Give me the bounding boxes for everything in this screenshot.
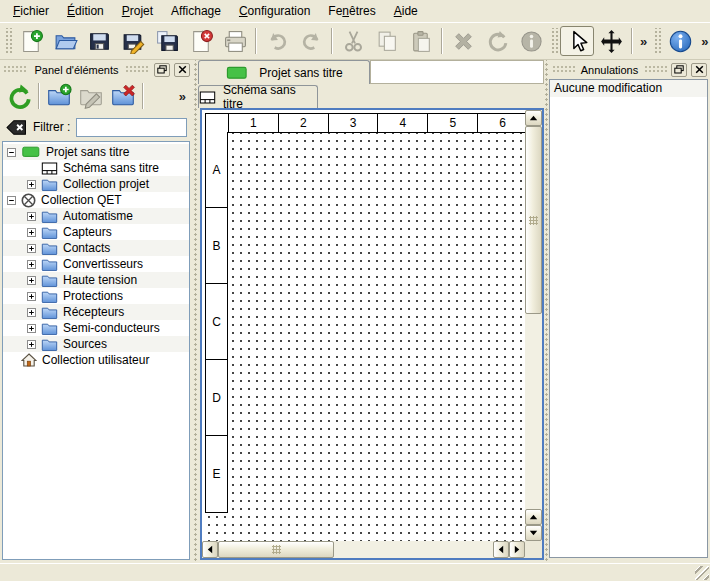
new-category-button[interactable] [43,81,75,111]
expand-expander-icon[interactable] [27,212,36,221]
scroll-down-button[interactable] [525,525,542,541]
tree-item-capteurs[interactable]: Capteurs [3,224,189,240]
delete-button[interactable] [446,26,480,56]
titlebar-texture [3,65,28,74]
save-as-button[interactable] [116,26,150,56]
select-tool-button[interactable] [560,26,594,56]
titlebar-texture [552,65,575,74]
tree-item-sources[interactable]: Sources [3,336,189,352]
menu-edition[interactable]: Édition [58,1,113,22]
scroll-left-button[interactable] [202,541,218,558]
cut-button[interactable] [336,26,370,56]
main-toolbar: » » [0,22,710,60]
expand-expander-icon[interactable] [27,244,36,253]
paste-icon [409,29,434,54]
tree-item-convertisseurs[interactable]: Convertisseurs [3,256,189,272]
menu-aide[interactable]: Aide [385,1,427,22]
copy-button[interactable] [370,26,404,56]
scroll-up-button-2[interactable] [525,509,542,525]
move-tool-button[interactable] [594,26,628,56]
tree-item-automatisme[interactable]: Automatisme [3,208,189,224]
panel-toolbar-overflow-button[interactable]: » [175,89,190,104]
tree-item-collection-utilisateur[interactable]: Collection utilisateur [3,352,189,368]
window-resize-grip[interactable] [695,566,709,580]
undo-history-list[interactable]: Aucune modification [549,79,708,558]
save-button[interactable] [82,26,116,56]
elements-panel-titlebar[interactable]: Panel d'éléments [0,60,193,79]
toolbar-overflow-button[interactable]: » [697,34,710,49]
tree-item-collection-projet[interactable]: Collection projet [3,176,189,192]
project-info-button[interactable] [663,26,697,56]
clear-filter-icon[interactable] [6,119,27,136]
scroll-track[interactable] [525,314,542,509]
collapse-expander-icon[interactable] [7,196,16,205]
tree-item-recepteurs[interactable]: Récepteurs [3,304,189,320]
schema-canvas[interactable]: 1 2 3 4 5 6 A B C D E [202,110,525,541]
toolbar-separator [255,28,257,54]
expand-expander-icon[interactable] [27,324,36,333]
elements-panel-title: Panel d'éléments [32,64,120,76]
toolbar-overflow-button[interactable]: » [636,34,651,49]
expand-expander-icon[interactable] [27,228,36,237]
undo-button[interactable] [260,26,294,56]
toolbar-handle[interactable] [4,28,12,54]
scroll-left-button-2[interactable] [493,541,509,558]
tree-item-contacts[interactable]: Contacts [3,240,189,256]
scroll-up-button[interactable] [525,110,542,126]
tree-item-haute-tension[interactable]: Haute tension [3,272,189,288]
expand-expander-icon[interactable] [27,340,36,349]
collapse-expander-icon[interactable] [7,148,16,157]
vertical-scroll-thumb[interactable] [525,126,542,314]
expand-expander-icon[interactable] [27,308,36,317]
redo-button[interactable] [294,26,328,56]
element-info-button[interactable] [514,26,548,56]
rotate-button[interactable] [480,26,514,56]
tree-item-schema[interactable]: Schéma sans titre [3,160,189,176]
tab-project[interactable]: Projet sans titre [198,60,370,84]
menu-fenetres[interactable]: Fenêtres [319,1,384,22]
tree-item-semi-conducteurs[interactable]: Semi-conducteurs [3,320,189,336]
delete-category-button[interactable] [107,81,139,111]
reload-collections-button[interactable] [3,81,35,111]
menu-affichage[interactable]: Affichage [162,1,230,22]
folder-icon [41,242,58,255]
expand-expander-icon[interactable] [27,180,36,189]
toolbar-handle[interactable] [550,28,558,54]
redo-icon [299,29,324,54]
expand-expander-icon[interactable] [27,260,36,269]
undo-list-item[interactable]: Aucune modification [550,80,707,97]
close-icon [695,65,704,74]
tree-item-label: Semi-conducteurs [63,321,160,335]
toolbar-handle[interactable] [653,28,661,54]
paste-button[interactable] [404,26,438,56]
cut-icon [341,29,366,54]
print-button[interactable] [218,26,252,56]
new-document-button[interactable] [14,26,48,56]
save-all-button[interactable] [150,26,184,56]
menu-configuration[interactable]: Configuration [230,1,319,22]
tree-item-collection-qet[interactable]: Collection QET [3,192,189,208]
tree-item-project[interactable]: Projet sans titre [3,144,189,160]
tab-schema[interactable]: Schéma sans titre [198,85,318,108]
undo-panel-titlebar[interactable]: Annulations [549,60,710,79]
edit-category-button[interactable] [75,81,107,111]
dock-close-button[interactable] [174,63,190,77]
horizontal-scrollbar[interactable] [202,541,525,558]
dock-float-button[interactable] [154,63,170,77]
tree-item-protections[interactable]: Protections [3,288,189,304]
vertical-scrollbar[interactable] [525,110,542,541]
dock-close-button[interactable] [691,63,707,77]
expand-expander-icon[interactable] [27,276,36,285]
statusbar [0,563,710,581]
scroll-right-button[interactable] [509,541,525,558]
filter-input[interactable] [76,118,187,137]
menu-projet[interactable]: Projet [113,1,162,22]
open-document-button[interactable] [48,26,82,56]
menu-fichier[interactable]: Fichier [4,1,58,22]
expand-expander-icon[interactable] [27,292,36,301]
arrow-left-icon [207,545,213,554]
dock-float-button[interactable] [671,63,687,77]
horizontal-scroll-thumb[interactable] [218,541,334,558]
close-document-button[interactable] [184,26,218,56]
scroll-track[interactable] [334,541,493,558]
